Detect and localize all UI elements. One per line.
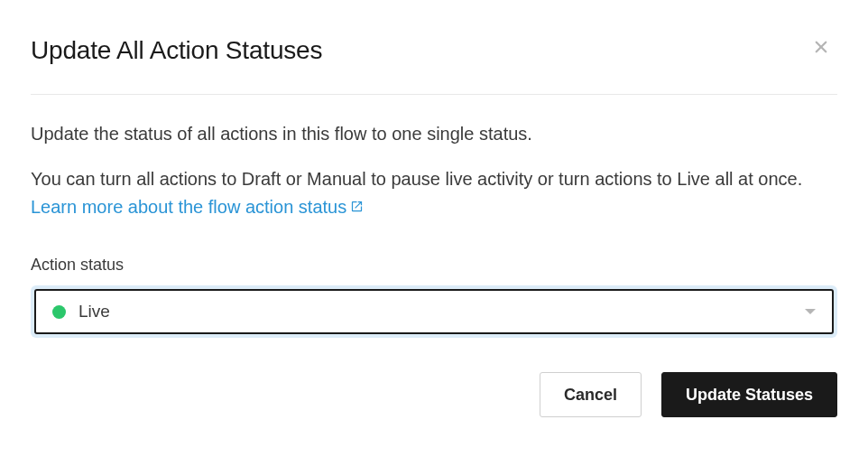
action-status-select[interactable]: Live <box>34 289 834 334</box>
description-line-1: Update the status of all actions in this… <box>31 120 837 147</box>
update-statuses-button[interactable]: Update Statuses <box>661 372 837 417</box>
close-icon <box>813 39 829 55</box>
learn-more-text: Learn more about the flow action status <box>31 197 346 217</box>
description-line-2: You can turn all actions to Draft or Man… <box>31 165 837 221</box>
action-status-label: Action status <box>31 256 837 275</box>
external-link-icon <box>350 200 364 213</box>
status-dot-icon <box>52 305 66 319</box>
close-button[interactable] <box>810 36 832 58</box>
update-statuses-button-label: Update Statuses <box>686 386 813 405</box>
update-statuses-modal: Update All Action Statuses Update the st… <box>0 0 868 448</box>
learn-more-link[interactable]: Learn more about the flow action status <box>31 197 364 217</box>
divider <box>31 94 837 95</box>
modal-footer: Cancel Update Statuses <box>31 372 837 417</box>
action-status-select-wrapper: Live <box>31 285 837 338</box>
description-text: You can turn all actions to Draft or Man… <box>31 169 802 189</box>
modal-title: Update All Action Statuses <box>31 36 837 65</box>
chevron-down-icon <box>805 309 816 314</box>
cancel-button-label: Cancel <box>564 386 617 405</box>
selected-status-value: Live <box>78 302 110 322</box>
cancel-button[interactable]: Cancel <box>540 372 642 417</box>
